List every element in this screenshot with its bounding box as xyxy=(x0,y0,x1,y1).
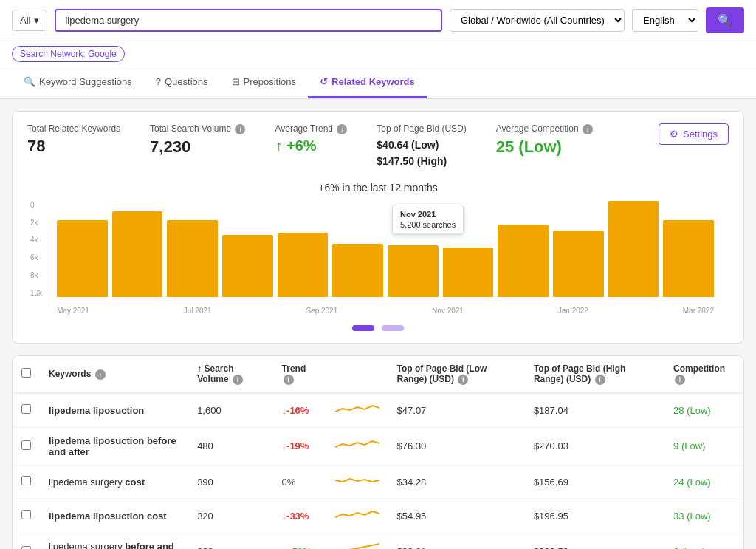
row-keyword-3: lipedema liposuction cost xyxy=(40,499,188,533)
header-search-volume: ↑ Search Volume i xyxy=(188,356,272,393)
settings-label: Settings xyxy=(683,129,718,140)
top-bid-low-info-icon[interactable]: i xyxy=(458,375,468,385)
table-row: lipedema liposuction before and after480… xyxy=(13,427,743,465)
location-dropdown[interactable]: Global / Worldwide (All Countries) xyxy=(450,9,625,32)
search-input[interactable] xyxy=(65,15,432,26)
row-trend-3: ↓-33% xyxy=(273,499,326,533)
chart-bar-7 xyxy=(443,248,494,296)
header-top-bid-high: Top of Page Bid (High Range) (USD) i xyxy=(525,356,664,393)
stats-row: Total Related Keywords 78 Total Search V… xyxy=(27,123,729,170)
row-keyword-2: lipedema surgery cost xyxy=(40,465,188,499)
row-search-volume-4: 320 xyxy=(188,533,272,549)
row-sparkline-4 xyxy=(326,533,388,549)
all-dropdown-label: All xyxy=(20,15,30,26)
row-top-bid-high-4: $202.53 xyxy=(525,533,664,549)
chart-x-label-5: Mar 2022 xyxy=(683,307,714,315)
chart-bar-2 xyxy=(167,220,218,297)
tab-related-keywords[interactable]: ↺ Related Keywords xyxy=(308,67,427,98)
main-content: Total Related Keywords 78 Total Search V… xyxy=(0,99,756,549)
language-dropdown[interactable]: English xyxy=(632,9,698,32)
table-body: lipedema liposuction1,600↓-16% $47.07$18… xyxy=(13,393,743,549)
stat-average-trend: Average Trend i ↑ +6% xyxy=(275,123,347,154)
chart-bar-wrap-10 xyxy=(608,201,659,297)
search-network-badge[interactable]: Search Network: Google xyxy=(12,46,125,62)
row-checkbox-4[interactable] xyxy=(21,546,31,549)
tab-keyword-suggestions[interactable]: 🔍 Keyword Suggestions xyxy=(12,67,144,98)
row-sparkline-2 xyxy=(326,465,388,499)
trend-info-icon[interactable]: i xyxy=(284,375,294,385)
settings-icon: ⚙ xyxy=(670,129,678,140)
header-checkbox-cell xyxy=(13,356,40,393)
row-competition-4: 6 (Low) xyxy=(664,533,743,549)
top-of-page-bid-values: $40.64 (Low) $147.50 (High) xyxy=(377,137,466,170)
competition-info-icon[interactable]: i xyxy=(675,375,685,385)
row-top-bid-low-4: $23.01 xyxy=(388,533,525,549)
chart-bar-11 xyxy=(663,220,714,297)
stat-total-related-keywords: Total Related Keywords 78 xyxy=(27,123,120,156)
header-top-bid-low: Top of Page Bid (Low Range) (USD) i xyxy=(388,356,525,393)
chart-bar-1 xyxy=(112,211,163,297)
row-checkbox-2[interactable] xyxy=(21,476,31,485)
questions-icon: ? xyxy=(156,76,161,87)
row-competition-0: 28 (Low) xyxy=(664,393,743,428)
row-top-bid-high-3: $196.95 xyxy=(525,499,664,533)
row-search-volume-2: 390 xyxy=(188,465,272,499)
header-competition: Competition i xyxy=(664,356,743,393)
row-trend-4: ↑+50% xyxy=(273,533,326,549)
total-related-keywords-label: Total Related Keywords xyxy=(27,123,120,134)
tab-prepositions[interactable]: ⊞ Prepositions xyxy=(220,67,309,98)
top-of-page-bid-high: $147.50 (High) xyxy=(377,153,466,169)
chart-x-label-3: Nov 2021 xyxy=(432,307,464,315)
stat-total-search-volume: Total Search Volume i 7,230 xyxy=(150,123,245,157)
row-competition-3: 33 (Low) xyxy=(664,499,743,533)
row-trend-1: ↓-19% xyxy=(273,427,326,465)
related-keywords-icon: ↺ xyxy=(320,76,328,87)
row-keyword-1: lipedema liposuction before and after xyxy=(40,427,188,465)
total-search-volume-info-icon[interactable]: i xyxy=(235,124,245,134)
chart-area: 10k 8k 6k 4k 2k 0 Nov 2021 5,200 searche… xyxy=(27,201,729,319)
row-checkbox-cell-4 xyxy=(13,533,40,549)
search-volume-info-icon[interactable]: i xyxy=(233,375,243,385)
average-trend-info-icon[interactable]: i xyxy=(337,124,347,134)
average-competition-info-icon[interactable]: i xyxy=(583,124,593,134)
row-top-bid-low-2: $34.28 xyxy=(388,465,525,499)
keywords-info-icon[interactable]: i xyxy=(95,369,106,380)
chart-bar-wrap-2 xyxy=(167,201,218,297)
chart-bar-wrap-11 xyxy=(663,201,714,297)
top-of-page-bid-low: $40.64 (Low) xyxy=(377,137,466,153)
row-sparkline-0 xyxy=(326,393,388,428)
chart-bar-9 xyxy=(553,231,604,297)
tab-keyword-suggestions-label: Keyword Suggestions xyxy=(39,76,132,87)
stat-average-competition: Average Competition i 25 (Low) xyxy=(496,123,593,157)
average-trend-label: Average Trend i xyxy=(275,123,347,134)
chart-bar-0 xyxy=(57,220,108,297)
tab-questions[interactable]: ? Questions xyxy=(144,67,220,98)
settings-button[interactable]: ⚙ Settings xyxy=(659,123,729,145)
select-all-checkbox[interactable] xyxy=(21,368,31,378)
search-button[interactable]: 🔍 xyxy=(706,7,744,33)
table-row: lipedema liposuction1,600↓-16% $47.07$18… xyxy=(13,393,743,428)
chart-x-label-2: Sep 2021 xyxy=(306,307,337,315)
chart-bar-wrap-4 xyxy=(278,201,329,297)
row-checkbox-3[interactable] xyxy=(21,510,31,519)
average-trend-value: ↑ +6% xyxy=(275,137,347,154)
top-bid-high-info-icon[interactable]: i xyxy=(595,375,605,385)
row-search-volume-0: 1,600 xyxy=(188,393,272,428)
row-trend-2: 0% xyxy=(273,465,326,499)
row-checkbox-0[interactable] xyxy=(21,404,31,414)
top-bar: All ▾ Global / Worldwide (All Countries)… xyxy=(0,0,756,41)
stat-top-of-page-bid: Top of Page Bid (USD) $40.64 (Low) $147.… xyxy=(377,123,466,170)
tooltip-value: 5,200 searches xyxy=(400,220,456,229)
all-dropdown[interactable]: All ▾ xyxy=(12,10,47,31)
header-trend-chart xyxy=(326,356,388,393)
row-checkbox-cell-2 xyxy=(13,465,40,499)
row-search-volume-3: 320 xyxy=(188,499,272,533)
row-checkbox-1[interactable] xyxy=(21,440,31,450)
search-network-bar: Search Network: Google xyxy=(0,41,756,67)
chart-bar-8 xyxy=(498,225,549,297)
prepositions-icon: ⊞ xyxy=(232,76,240,87)
keyword-suggestions-icon: 🔍 xyxy=(24,76,35,87)
row-top-bid-high-0: $187.04 xyxy=(525,393,664,428)
row-keyword-0: lipedema liposuction xyxy=(40,393,188,428)
average-competition-value: 25 (Low) xyxy=(496,137,593,157)
